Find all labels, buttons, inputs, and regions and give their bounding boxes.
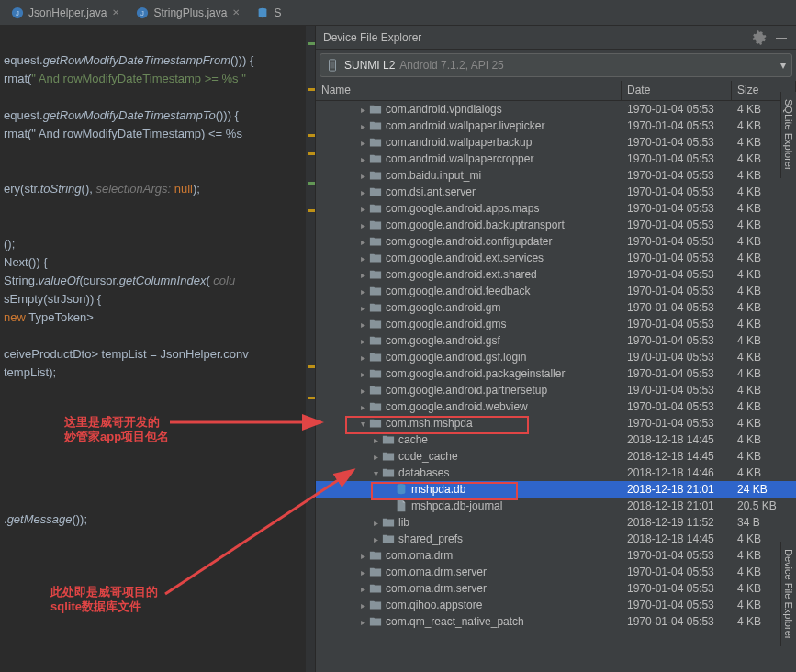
folder-icon [382,516,395,529]
tree-arrow-icon[interactable]: ▸ [358,567,367,577]
annotation-text: 此处即是威哥项目的sqlite数据库文件 [50,585,158,614]
table-row[interactable]: ▸com.google.android.gms1970-01-04 05:534… [316,316,796,332]
table-row[interactable]: ▸com.google.android.ext.services1970-01-… [316,250,796,266]
tree-arrow-icon[interactable]: ▸ [358,253,367,263]
tree-arrow-icon[interactable]: ▸ [358,270,367,280]
device-selector[interactable]: SUNMI L2 Android 7.1.2, API 25 ▾ [320,53,792,77]
table-row[interactable]: ▸com.google.android.feedback1970-01-04 0… [316,283,796,299]
folder-icon [369,582,382,595]
tree-arrow-icon[interactable]: ▸ [358,138,367,148]
tool-window-tab-sqlite[interactable]: SQLite Explorer [780,92,796,178]
table-row[interactable]: ▸com.dsi.ant.server1970-01-04 05:534 KB [316,184,796,200]
table-row[interactable]: ▸lib2018-12-19 11:5234 B [316,514,796,531]
file-size: 4 KB [732,367,796,380]
file-size: 24 KB [732,483,796,496]
tree-arrow-icon[interactable]: ▸ [371,435,380,445]
tree-arrow-icon[interactable]: ▸ [371,452,380,462]
file-name-label: com.google.android.backuptransport [386,218,565,231]
tree-arrow-icon[interactable]: ▸ [371,518,380,528]
table-row[interactable]: ▸shared_prefs2018-12-18 14:454 KB [316,531,796,547]
table-row[interactable]: mshpda.db-journal2018-12-18 21:0120.5 KB [316,498,796,514]
tree-arrow-icon[interactable]: ▾ [358,419,367,429]
tree-arrow-icon[interactable]: ▸ [358,303,367,313]
minimize-icon[interactable]: — [774,30,789,45]
table-row[interactable]: ▸com.android.vpndialogs1970-01-04 05:534… [316,101,796,118]
editor-tab[interactable]: J JsonHelper.java ✕ [4,3,127,23]
file-size: 4 KB [732,268,796,281]
table-row[interactable]: mshpda.db2018-12-18 21:0124 KB [316,481,796,498]
file-date: 2018-12-18 14:45 [622,433,732,446]
tree-arrow-icon[interactable]: ▸ [371,534,380,544]
table-row[interactable]: ▸com.oma.drm.server1970-01-04 05:534 KB [316,580,796,597]
file-name-label: com.google.android.gm [386,301,500,314]
close-icon[interactable]: ✕ [232,7,240,17]
tree-arrow-icon[interactable]: ▸ [358,600,367,610]
tree-arrow-icon[interactable]: ▸ [358,187,367,197]
db-icon [395,483,408,496]
tree-arrow-icon[interactable]: ▸ [358,121,367,131]
device-name: SUNMI L2 [344,59,395,72]
table-row[interactable]: ▸com.oma.drm.server1970-01-04 05:534 KB [316,564,796,580]
table-row[interactable]: ▸com.google.android.packageinstaller1970… [316,365,796,382]
table-row[interactable]: ▾com.msh.mshpda1970-01-04 05:534 KB [316,415,796,431]
table-row[interactable]: ▸com.android.wallpaper.livepicker1970-01… [316,118,796,134]
svg-text:J: J [140,8,144,17]
tree-arrow-icon[interactable]: ▸ [358,220,367,230]
folder-icon [369,384,382,397]
tree-arrow-icon[interactable]: ▸ [358,336,367,346]
table-row[interactable]: ▸com.qihoo.appstore1970-01-04 05:534 KB [316,597,796,613]
tree-arrow-icon[interactable]: ▸ [358,617,367,627]
tree-arrow-icon[interactable]: ▸ [358,204,367,214]
table-row[interactable]: ▸com.google.android.partnersetup1970-01-… [316,382,796,398]
code-editor[interactable]: equest.getRowModifyDateTimestampFrom()))… [0,26,315,672]
tree-arrow-icon[interactable]: ▸ [358,584,367,594]
tree-arrow-icon[interactable]: ▸ [358,369,367,379]
tree-arrow-icon[interactable]: ▸ [358,154,367,164]
tool-window-tab-dfe[interactable]: Device File Explorer [780,542,796,646]
table-row[interactable]: ▸com.oma.drm1970-01-04 05:534 KB [316,547,796,564]
table-row[interactable]: ▸com.google.android.backuptransport1970-… [316,217,796,233]
tree-arrow-icon[interactable]: ▸ [358,386,367,396]
table-row[interactable]: ▸com.google.android.apps.maps1970-01-04 … [316,200,796,217]
table-row[interactable]: ▸com.google.android.gm1970-01-04 05:534 … [316,299,796,316]
tree-arrow-icon[interactable]: ▸ [358,237,367,247]
table-row[interactable]: ▸com.android.wallpapercropper1970-01-04 … [316,151,796,167]
table-row[interactable]: ▸com.qm_react_native_patch1970-01-04 05:… [316,613,796,630]
file-name-label: cache [398,433,428,446]
tree-arrow-icon[interactable]: ▸ [358,551,367,561]
editor-tab[interactable]: J StringPlus.java ✕ [129,3,247,23]
file-size: 4 KB [732,218,796,231]
table-row[interactable]: ▸com.baidu.input_mi1970-01-04 05:534 KB [316,167,796,184]
file-date: 2018-12-18 14:45 [622,450,732,463]
column-header-name[interactable]: Name [316,81,622,100]
column-header-date[interactable]: Date [622,81,732,100]
table-row[interactable]: ▸com.google.android.gsf1970-01-04 05:534… [316,332,796,349]
file-name-label: code_cache [398,450,458,463]
file-name-label: com.qihoo.appstore [386,599,482,611]
tree-arrow-icon[interactable]: ▸ [358,105,367,115]
close-icon[interactable]: ✕ [112,7,119,17]
tree-arrow-icon[interactable]: ▸ [358,353,367,363]
tree-arrow-icon[interactable]: ▸ [358,319,367,330]
editor-tab[interactable]: S [249,3,288,23]
file-name-label: mshpda.db [411,483,465,496]
table-row[interactable]: ▸com.google.android.gsf.login1970-01-04 … [316,349,796,365]
file-table-header: Name Date Size [316,81,796,101]
table-row[interactable]: ▸com.android.wallpaperbackup1970-01-04 0… [316,134,796,151]
file-tree-body[interactable]: ▸com.android.vpndialogs1970-01-04 05:534… [316,101,796,672]
table-row[interactable]: ▸com.google.android.webview1970-01-04 05… [316,398,796,415]
tree-arrow-icon[interactable]: ▸ [358,286,367,297]
table-row[interactable]: ▾databases2018-12-18 14:464 KB [316,465,796,481]
table-row[interactable]: ▸com.google.android.ext.shared1970-01-04… [316,266,796,283]
tree-arrow-icon[interactable]: ▸ [358,402,367,412]
tree-arrow-icon[interactable]: ▾ [371,468,380,478]
folder-icon [369,268,382,281]
table-row[interactable]: ▸cache2018-12-18 14:454 KB [316,431,796,448]
table-row[interactable]: ▸com.google.android.configupdater1970-01… [316,233,796,250]
file-name-label: com.android.wallpaper.livepicker [386,119,544,132]
table-row[interactable]: ▸code_cache2018-12-18 14:454 KB [316,448,796,465]
gutter-error-stripe[interactable] [306,26,315,672]
folder-icon [369,119,382,132]
tree-arrow-icon[interactable]: ▸ [358,171,367,181]
gear-icon[interactable] [752,30,767,45]
